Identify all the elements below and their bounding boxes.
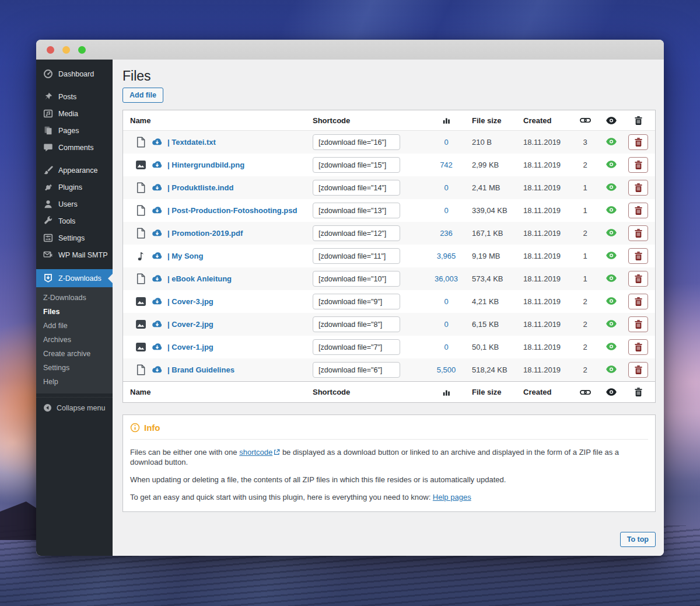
eye-icon[interactable] bbox=[606, 161, 617, 170]
cloud-download-icon[interactable] bbox=[151, 320, 163, 329]
file-name-link[interactable]: | Cover-2.jpg bbox=[167, 320, 214, 329]
eye-icon[interactable] bbox=[606, 206, 617, 215]
sidebar-item-z-downloads[interactable]: Z-Downloads bbox=[36, 269, 113, 287]
delete-file-button[interactable] bbox=[628, 134, 648, 150]
cloud-download-icon[interactable] bbox=[151, 183, 163, 192]
downloads-count-link[interactable]: 0 bbox=[444, 297, 448, 306]
eye-icon[interactable] bbox=[606, 183, 617, 193]
sidebar-item-wp-mail-smtp[interactable]: WP Mail SMTP bbox=[36, 246, 113, 263]
downloads-count-link[interactable]: 0 bbox=[444, 183, 448, 192]
help-pages-link[interactable]: Help pages bbox=[433, 493, 471, 501]
file-name-link[interactable]: | Cover-1.jpg bbox=[167, 343, 214, 351]
delete-file-button[interactable] bbox=[628, 294, 648, 309]
submenu-item-z-downloads[interactable]: Z-Downloads bbox=[36, 291, 113, 305]
submenu-item-files[interactable]: Files bbox=[36, 305, 113, 319]
delete-file-button[interactable] bbox=[628, 203, 648, 218]
shortcode-input[interactable] bbox=[313, 271, 400, 287]
downloads-count-link[interactable]: 236 bbox=[440, 229, 453, 238]
submenu-item-help[interactable]: Help bbox=[36, 375, 113, 389]
cloud-download-icon[interactable] bbox=[151, 365, 163, 374]
cloud-download-icon[interactable] bbox=[151, 252, 163, 260]
submenu-item-add-file[interactable]: Add file bbox=[36, 319, 113, 333]
file-name-link[interactable]: | Cover-3.jpg bbox=[167, 297, 214, 306]
shortcode-input[interactable] bbox=[313, 248, 400, 264]
delete-file-button[interactable] bbox=[628, 248, 648, 264]
downloads-count-link[interactable]: 0 bbox=[444, 343, 448, 351]
sidebar-item-pages[interactable]: Pages bbox=[36, 122, 113, 139]
downloads-count-link[interactable]: 0 bbox=[444, 320, 448, 329]
downloads-count-link[interactable]: 5,500 bbox=[437, 365, 456, 374]
file-name-link[interactable]: | Produktliste.indd bbox=[167, 183, 233, 192]
file-name-link[interactable]: | My Song bbox=[167, 252, 203, 260]
sidebar-item-plugins[interactable]: Plugins bbox=[36, 179, 113, 196]
column-footer-created: Created bbox=[523, 388, 576, 396]
delete-file-button[interactable] bbox=[628, 316, 648, 332]
created-date-value: 18.11.2019 bbox=[523, 206, 576, 215]
eye-icon[interactable] bbox=[606, 365, 617, 375]
downloads-count-link[interactable]: 3,965 bbox=[437, 252, 456, 260]
collapse-menu-button[interactable]: Collapse menu bbox=[36, 397, 113, 418]
shortcode-input[interactable] bbox=[313, 225, 400, 241]
links-count-value: 2 bbox=[576, 320, 594, 329]
sidebar-item-appearance[interactable]: Appearance bbox=[36, 162, 113, 179]
eye-icon[interactable] bbox=[606, 274, 617, 284]
created-date-value: 18.11.2019 bbox=[523, 297, 576, 306]
zoom-window-button[interactable] bbox=[78, 46, 86, 54]
file-name-link[interactable]: | Post-Production-Fotoshooting.psd bbox=[167, 206, 297, 215]
eye-icon[interactable] bbox=[606, 343, 617, 352]
sidebar-item-settings[interactable]: Settings bbox=[36, 229, 113, 246]
downloads-count-link[interactable]: 742 bbox=[440, 161, 453, 169]
submenu-item-create-archive[interactable]: Create archive bbox=[36, 347, 113, 361]
submenu-item-archives[interactable]: Archives bbox=[36, 333, 113, 347]
eye-icon[interactable] bbox=[606, 252, 617, 261]
file-name-link[interactable]: | eBook Anleitung bbox=[167, 274, 232, 283]
cloud-download-icon[interactable] bbox=[151, 138, 163, 147]
downloads-count-link[interactable]: 36,003 bbox=[435, 274, 458, 283]
image-icon bbox=[136, 320, 146, 329]
downloads-count-link[interactable]: 0 bbox=[444, 206, 448, 215]
delete-file-button[interactable] bbox=[628, 271, 648, 287]
main-menu: Dashboard Posts Media Pages Comments App… bbox=[36, 65, 113, 287]
file-name-link[interactable]: | Promotion-2019.pdf bbox=[167, 229, 243, 238]
cloud-download-icon[interactable] bbox=[151, 229, 163, 238]
shortcode-input[interactable] bbox=[313, 294, 400, 309]
delete-file-button[interactable] bbox=[628, 339, 648, 355]
minimize-window-button[interactable] bbox=[62, 46, 70, 54]
sidebar-item-users[interactable]: Users bbox=[36, 196, 113, 213]
eye-icon[interactable] bbox=[606, 320, 617, 329]
sidebar-item-posts[interactable]: Posts bbox=[36, 88, 113, 105]
cloud-download-icon[interactable] bbox=[151, 161, 163, 169]
shortcode-input[interactable] bbox=[313, 134, 400, 150]
dashboard-icon bbox=[43, 69, 53, 79]
shortcode-input[interactable] bbox=[313, 362, 400, 378]
add-file-button[interactable]: Add file bbox=[123, 88, 163, 103]
shortcode-input[interactable] bbox=[313, 157, 400, 173]
sidebar-item-media[interactable]: Media bbox=[36, 105, 113, 122]
cloud-download-icon[interactable] bbox=[151, 297, 163, 306]
shortcode-input[interactable] bbox=[313, 180, 400, 196]
sidebar-item-tools[interactable]: Tools bbox=[36, 213, 113, 229]
delete-file-button[interactable] bbox=[628, 180, 648, 196]
sidebar-item-dashboard[interactable]: Dashboard bbox=[36, 65, 113, 82]
downloads-count-link[interactable]: 0 bbox=[444, 138, 448, 147]
delete-file-button[interactable] bbox=[628, 225, 648, 241]
file-name-link[interactable]: | Hintergrundbild.png bbox=[167, 161, 244, 169]
file-name-link[interactable]: | Textdatei.txt bbox=[167, 138, 216, 147]
cloud-download-icon[interactable] bbox=[151, 274, 163, 283]
close-window-button[interactable] bbox=[47, 46, 54, 54]
delete-file-button[interactable] bbox=[628, 362, 648, 378]
eye-icon[interactable] bbox=[606, 229, 617, 238]
eye-icon[interactable] bbox=[606, 297, 617, 307]
file-name-link[interactable]: | Brand Guidelines bbox=[167, 365, 235, 374]
shortcode-input[interactable] bbox=[313, 316, 400, 332]
sidebar-item-comments[interactable]: Comments bbox=[36, 139, 113, 156]
to-top-button[interactable]: To top bbox=[620, 532, 656, 547]
submenu-item-settings[interactable]: Settings bbox=[36, 361, 113, 375]
eye-icon[interactable] bbox=[606, 138, 617, 147]
delete-file-button[interactable] bbox=[628, 157, 648, 173]
shortcode-link[interactable]: shortcode bbox=[239, 448, 280, 457]
cloud-download-icon[interactable] bbox=[151, 206, 163, 215]
shortcode-input[interactable] bbox=[313, 203, 400, 218]
shortcode-input[interactable] bbox=[313, 339, 400, 355]
cloud-download-icon[interactable] bbox=[151, 343, 163, 351]
